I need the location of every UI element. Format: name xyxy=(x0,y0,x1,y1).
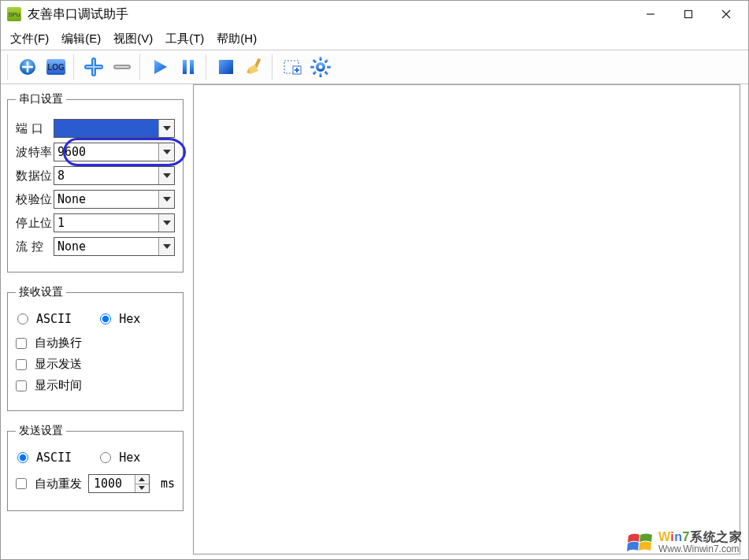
recv-mode-hex[interactable]: Hex xyxy=(100,312,140,326)
settings-button[interactable] xyxy=(307,54,334,80)
show-send-checkbox[interactable]: 显示发送 xyxy=(16,357,82,372)
chevron-down-icon xyxy=(158,214,174,232)
svg-marker-43 xyxy=(139,486,145,490)
spin-down-icon[interactable] xyxy=(135,484,149,493)
stop-bits-select[interactable]: 1 xyxy=(54,213,175,232)
baud-label: 波特率 xyxy=(16,145,54,160)
svg-marker-38 xyxy=(163,173,171,178)
close-button[interactable] xyxy=(707,3,745,25)
send-settings-legend: 发送设置 xyxy=(16,424,66,438)
svg-rect-31 xyxy=(324,59,329,64)
send-mode-hex[interactable]: Hex xyxy=(100,451,140,465)
data-bits-select[interactable]: 8 xyxy=(54,166,175,185)
stop-button[interactable] xyxy=(213,54,239,80)
pause-button[interactable] xyxy=(175,54,202,80)
svg-rect-17 xyxy=(190,60,194,74)
port-select[interactable] xyxy=(54,119,175,138)
auto-wrap-input[interactable] xyxy=(16,338,27,349)
toolbar: LOG xyxy=(1,50,748,84)
menu-view[interactable]: 视图(V) xyxy=(107,30,159,48)
chevron-down-icon xyxy=(158,167,174,184)
svg-rect-34 xyxy=(324,71,329,76)
new-tab-button[interactable] xyxy=(279,54,306,80)
svg-marker-37 xyxy=(163,150,171,154)
flow-control-label: 流 控 xyxy=(16,239,54,254)
svg-rect-32 xyxy=(313,71,317,76)
svg-rect-1 xyxy=(685,11,692,18)
svg-text:LOG: LOG xyxy=(47,63,65,72)
remove-button[interactable] xyxy=(109,54,135,80)
show-time-input[interactable] xyxy=(16,380,27,391)
spin-buttons[interactable] xyxy=(135,475,149,492)
play-button[interactable] xyxy=(146,54,173,80)
chevron-down-icon xyxy=(158,143,174,161)
svg-rect-16 xyxy=(183,60,187,74)
add-button[interactable] xyxy=(80,54,107,80)
svg-rect-29 xyxy=(310,66,314,69)
recv-ascii-radio[interactable] xyxy=(17,313,28,325)
serial-settings-group: 串口设置 端 口 波特率 9600 数据位 8 xyxy=(7,92,184,273)
auto-wrap-checkbox[interactable]: 自动换行 xyxy=(16,336,82,350)
chevron-down-icon xyxy=(158,120,174,137)
svg-rect-30 xyxy=(327,66,331,69)
serial-settings-legend: 串口设置 xyxy=(16,92,66,106)
flow-control-select[interactable]: None xyxy=(54,237,175,256)
auto-resend-checkbox[interactable]: 自动重发 xyxy=(16,477,82,491)
recv-mode-ascii[interactable]: ASCII xyxy=(17,312,72,326)
send-hex-radio[interactable] xyxy=(100,452,111,463)
menu-edit[interactable]: 编辑(E) xyxy=(55,30,107,48)
log-button[interactable]: LOG xyxy=(43,54,69,80)
chevron-down-icon xyxy=(158,191,174,208)
port-label: 端 口 xyxy=(16,121,54,136)
maximize-button[interactable] xyxy=(669,3,707,25)
output-panel[interactable] xyxy=(193,84,740,554)
show-time-checkbox[interactable]: 显示时间 xyxy=(16,378,82,393)
menu-help[interactable]: 帮助(H) xyxy=(210,30,263,48)
receive-settings-group: 接收设置 ASCII Hex 自动换行 xyxy=(7,285,184,411)
svg-marker-36 xyxy=(163,126,171,131)
parity-label: 校验位 xyxy=(16,192,54,207)
interval-unit: ms xyxy=(161,477,175,491)
minimize-button[interactable] xyxy=(632,3,669,25)
data-bits-label: 数据位 xyxy=(16,169,54,184)
svg-marker-40 xyxy=(163,221,171,225)
window-title: 友善串口调试助手 xyxy=(28,6,128,23)
baud-select[interactable]: 9600 xyxy=(54,143,175,161)
svg-marker-42 xyxy=(139,477,145,481)
stop-bits-label: 停止位 xyxy=(16,216,54,231)
menu-tools[interactable]: 工具(T) xyxy=(159,30,210,48)
parity-select[interactable]: None xyxy=(54,190,175,209)
recv-hex-radio[interactable] xyxy=(100,313,111,325)
svg-point-35 xyxy=(319,65,323,69)
svg-rect-33 xyxy=(313,59,317,64)
send-ascii-radio[interactable] xyxy=(17,452,28,463)
clear-button[interactable] xyxy=(241,54,268,80)
svg-rect-18 xyxy=(219,60,233,74)
resend-interval-spin[interactable]: 1000 xyxy=(88,474,150,493)
send-settings-group: 发送设置 ASCII Hex 自动重发 1000 xyxy=(7,424,184,511)
spin-up-icon[interactable] xyxy=(135,475,149,484)
auto-resend-input[interactable] xyxy=(16,478,27,489)
svg-rect-27 xyxy=(320,57,322,61)
show-send-input[interactable] xyxy=(16,359,27,370)
side-panel: 串口设置 端 口 波特率 9600 数据位 8 xyxy=(1,84,190,559)
receive-settings-legend: 接收设置 xyxy=(16,285,66,299)
svg-marker-15 xyxy=(154,60,167,74)
svg-marker-41 xyxy=(163,244,171,249)
svg-marker-39 xyxy=(163,197,171,202)
svg-rect-28 xyxy=(320,73,322,77)
send-mode-ascii[interactable]: ASCII xyxy=(17,451,72,465)
chevron-down-icon xyxy=(158,238,174,255)
titlebar: SPu 友善串口调试助手 xyxy=(1,1,748,28)
app-icon: SPu xyxy=(7,7,21,21)
main-content xyxy=(190,84,748,559)
menubar: 文件(F) 编辑(E) 视图(V) 工具(T) 帮助(H) xyxy=(1,28,748,50)
menu-file[interactable]: 文件(F) xyxy=(4,30,55,48)
connect-button[interactable] xyxy=(14,54,41,80)
